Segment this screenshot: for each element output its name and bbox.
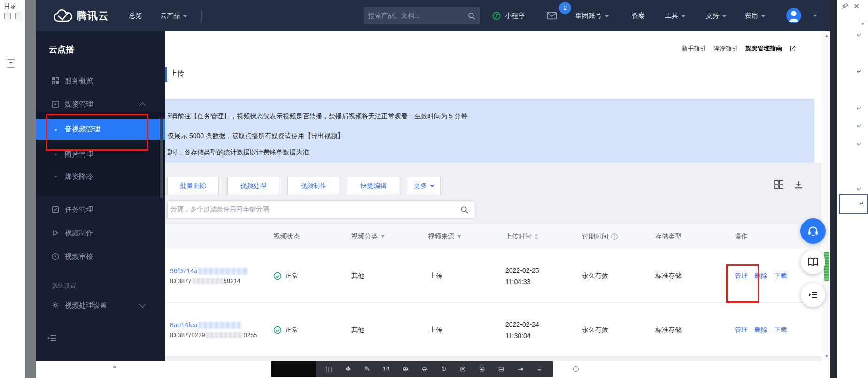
mail-icon[interactable] — [547, 12, 557, 20]
customer-service-button[interactable] — [800, 218, 826, 244]
nav-support[interactable]: 支持 — [706, 0, 727, 31]
nav-group-account[interactable]: 集团账号 — [575, 0, 609, 31]
toolbar-dot-icon[interactable] — [573, 366, 579, 372]
search-icon[interactable] — [468, 12, 475, 20]
gear-icon — [52, 301, 59, 309]
sort-icon[interactable] — [535, 234, 538, 239]
add-box-icon[interactable]: ⊞ — [477, 361, 487, 377]
download-link[interactable]: 下载 — [774, 326, 787, 334]
sidebar-item-task-management[interactable]: 任务管理 — [36, 199, 165, 220]
chevron-down-icon — [761, 15, 766, 17]
scrollbar-thumb[interactable] — [824, 252, 829, 281]
miniprogram-icon[interactable] — [492, 12, 501, 20]
expand-plus-icon[interactable]: + — [7, 59, 15, 68]
chevron-down-icon — [183, 15, 187, 17]
video-name-cell: 96f9714a ID:387758214 — [170, 249, 248, 303]
banner-line-3: 理时，各存储类型的统计数据以计费账单数据为准 — [168, 148, 309, 157]
pin-icon[interactable] — [842, 2, 849, 9]
filter-funnel-icon[interactable] — [457, 234, 462, 239]
outer-divider-strip — [25, 0, 36, 378]
sidebar-item-processing-settings[interactable]: 视频处理设置 — [36, 295, 165, 316]
censored-blur — [198, 322, 241, 329]
nav-products[interactable]: 云产品 — [160, 0, 187, 31]
book-icon — [807, 257, 819, 267]
menu-icon[interactable]: ≡ — [535, 361, 545, 377]
info-icon[interactable] — [611, 233, 618, 240]
sidebar-item-label: 服务概览 — [65, 77, 93, 85]
link-task-management[interactable]: 【任务管理】 — [191, 112, 230, 120]
table-row[interactable]: 96f9714a ID:387758214 正常 其他 上传 2022-02-2… — [165, 249, 822, 303]
video-name-link[interactable]: 8ae14fea — [170, 321, 197, 329]
fit-view-icon[interactable]: ◫ — [324, 361, 334, 377]
status-hamburger-icon[interactable]: ≡ — [113, 362, 117, 370]
collapse-sidebar-icon[interactable] — [47, 334, 56, 342]
sidebar-item-media-cooling[interactable]: 媒资降冷 — [36, 166, 165, 187]
console-window: 腾讯云 总览 云产品 搜索产品、文档... 小程序 2 集团账号 — [36, 0, 830, 361]
sidebar-item-label: 媒资管理 — [65, 100, 93, 109]
dropdown-caret-icon[interactable]: ▾ — [861, 20, 864, 27]
toc-mini-icon[interactable] — [4, 13, 11, 19]
link-media-manual[interactable]: 媒资管理指南 — [745, 44, 782, 53]
sidebar-item-label: 图片管理 — [65, 150, 93, 159]
zoom-out-icon[interactable]: ⊖ — [419, 361, 430, 377]
more-button[interactable]: 更多 — [408, 177, 441, 195]
feedback-list-button[interactable] — [801, 283, 825, 307]
col-actions: 操作 — [735, 224, 748, 249]
list-menu-icon — [808, 291, 818, 299]
sidebar-item-service-overview[interactable]: 服务概览 — [36, 70, 165, 91]
nav-miniprogram[interactable]: 小程序 — [505, 0, 525, 31]
search-icon[interactable] — [460, 206, 468, 214]
nav-beian[interactable]: 备案 — [632, 0, 645, 31]
download-list-icon[interactable] — [794, 180, 803, 189]
account-chevron-down-icon[interactable] — [813, 15, 817, 17]
upload-button-edge[interactable] — [165, 67, 167, 82]
move-icon[interactable]: ❖ — [343, 361, 353, 377]
status-cell: 正常 — [273, 303, 298, 357]
notification-badge[interactable]: 2 — [559, 2, 571, 14]
manage-link[interactable]: 管理 — [735, 326, 748, 334]
task-icon — [52, 206, 59, 213]
download-link[interactable]: 下载 — [774, 272, 787, 280]
global-search-input[interactable]: 搜索产品、文档... — [364, 7, 480, 24]
nav-overview[interactable]: 总览 — [129, 0, 142, 31]
censored-blur — [198, 268, 248, 275]
delete-link[interactable]: 删除 — [754, 326, 767, 334]
link-export-video[interactable]: 【导出视频】 — [304, 132, 344, 139]
nav-billing[interactable]: 费用 — [745, 0, 766, 31]
col-storage-type: 存储类型 — [655, 224, 682, 249]
status-cell: 正常 — [273, 249, 298, 303]
quick-edit-button[interactable]: 快捷编辑 — [348, 177, 399, 195]
video-process-button[interactable]: 视频处理 — [227, 177, 279, 195]
close-view-icon[interactable]: ⊠ — [458, 361, 468, 377]
chevron-down-icon — [604, 15, 609, 17]
video-name-link[interactable]: 96f9714a — [170, 267, 197, 275]
filter-search-input[interactable]: 分隔，多个过滤条件用回车键分隔 — [167, 200, 474, 219]
bullet-icon — [55, 176, 57, 177]
sidebar-item-video-review[interactable]: 视频审核 — [36, 246, 165, 267]
nav-tools[interactable]: 工具 — [665, 0, 686, 31]
upload-label[interactable]: 上传 — [170, 69, 184, 78]
rotate-icon[interactable]: ↻ — [439, 361, 449, 377]
export-icon[interactable]: ⇥ — [515, 361, 526, 377]
sidebar-item-video-production[interactable]: 视频制作 — [36, 223, 165, 243]
video-produce-button[interactable]: 视频制作 — [287, 177, 339, 195]
close-icon[interactable]: × — [854, 2, 859, 10]
avatar[interactable] — [786, 8, 801, 23]
sidebar-scrollbar-thumb[interactable] — [160, 118, 163, 198]
batch-delete-button[interactable]: 批量删除 — [167, 177, 219, 195]
brand-title[interactable]: 腾讯云 — [77, 0, 109, 31]
external-link-icon[interactable] — [790, 46, 796, 52]
docs-button[interactable] — [801, 250, 825, 274]
grid-view-icon[interactable] — [774, 180, 783, 189]
edit-icon[interactable]: ✎ — [362, 361, 372, 377]
remove-box-icon[interactable]: ⊟ — [496, 361, 506, 377]
filter-funnel-icon[interactable] — [380, 234, 385, 239]
toc-mini-icon[interactable] — [16, 13, 22, 19]
table-row[interactable]: 8ae14fea ID:387702290255 正常 其他 上传 2022-0… — [165, 303, 822, 357]
link-cooling-guide[interactable]: 降冷指引 — [713, 44, 738, 53]
window-scrollbar[interactable]: ▲ ▼ — [822, 31, 830, 361]
actual-size-icon[interactable]: 1:1 — [381, 361, 392, 377]
link-newbie-guide[interactable]: 新手指引 — [682, 44, 706, 53]
tencent-cloud-logo-icon[interactable] — [53, 8, 73, 23]
zoom-in-icon[interactable]: ⊕ — [400, 361, 411, 377]
